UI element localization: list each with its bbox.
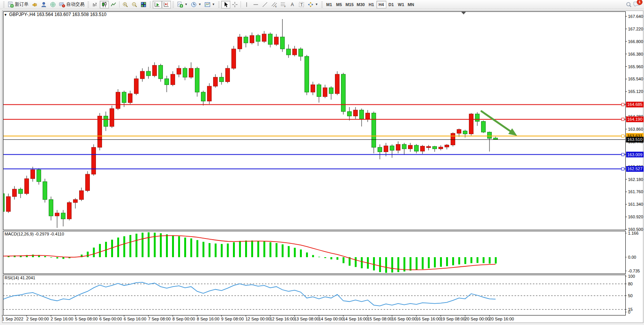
community-button[interactable]: [39, 1, 48, 8]
candle: [25, 176, 29, 195]
search-icon: [626, 2, 632, 8]
candle: [195, 67, 199, 96]
svg-text:9 Sep 08:00: 9 Sep 08:00: [221, 317, 244, 321]
svg-text:12 Sep 00:00: 12 Sep 00:00: [245, 317, 270, 321]
svg-text:162.527: 162.527: [627, 167, 642, 171]
line-anchor[interactable]: [622, 118, 624, 121]
candle: [98, 113, 102, 150]
timeframe-h4-button[interactable]: H4: [376, 1, 386, 8]
candle: [86, 171, 90, 192]
toolbar-grip[interactable]: [150, 2, 151, 8]
megaphone-button[interactable]: [30, 1, 39, 8]
zoom-in-button[interactable]: [121, 1, 130, 8]
auto-scroll-button[interactable]: [153, 1, 162, 8]
svg-text:13 Sep 08:00: 13 Sep 08:00: [294, 317, 319, 321]
candlestick-mode-button[interactable]: [100, 1, 109, 8]
horizontal-line-icon: [253, 2, 259, 8]
candle: [67, 201, 72, 221]
toolbar-grip[interactable]: [172, 2, 174, 8]
svg-text:100: 100: [628, 274, 635, 279]
cursor-tool-button[interactable]: [221, 1, 230, 8]
trendline-tool-button[interactable]: [260, 1, 269, 8]
price-tag: 163.009: [626, 152, 644, 157]
timeframe-mn-button[interactable]: MN: [406, 1, 416, 8]
svg-text:6 Sep 00:00: 6 Sep 00:00: [99, 317, 122, 321]
line-anchor[interactable]: [622, 153, 624, 156]
toolbar-grip[interactable]: [218, 2, 220, 8]
symbol-dropdown-icon[interactable]: ▼: [4, 13, 7, 17]
toolbar-grip[interactable]: [3, 2, 5, 8]
arrow-objects-icon: [308, 2, 314, 8]
arrows-tool-button[interactable]: ▼: [306, 1, 320, 8]
timeframe-m1-button[interactable]: M1: [324, 1, 334, 8]
bar-chart-mode-button[interactable]: [91, 1, 100, 8]
rsi-label: RSI(14) 41.2041: [5, 275, 35, 280]
line-chart-mode-button[interactable]: [109, 1, 118, 8]
notification-badge: 1: [637, 0, 642, 5]
candle: [6, 194, 11, 213]
svg-text:2 Sep 16:00: 2 Sep 16:00: [51, 317, 73, 321]
svg-text:A: A: [291, 2, 294, 7]
candle: [305, 55, 309, 95]
clock-icon: [191, 2, 197, 8]
line-anchor[interactable]: [622, 103, 624, 106]
fibonacci-tool-button[interactable]: F: [279, 1, 288, 8]
price-tag: 164.685: [626, 102, 644, 107]
svg-text:2 Sep 00:00: 2 Sep 00:00: [26, 317, 49, 321]
svg-text:166.800: 166.800: [628, 39, 643, 44]
mt4-window: 新订单: [0, 0, 644, 325]
candle: [43, 179, 47, 203]
svg-text:19 Sep 08:00: 19 Sep 08:00: [440, 317, 465, 321]
svg-text:14 Sep 16:00: 14 Sep 16:00: [343, 317, 368, 321]
chart-title: GBPJPY-,H4 163.564 163.607 163.508 163.5…: [9, 12, 107, 17]
tile-windows-button[interactable]: [139, 1, 148, 8]
svg-text:160.920: 160.920: [628, 215, 643, 219]
timeframe-d1-button[interactable]: D1: [386, 1, 396, 8]
periods-button[interactable]: ▼: [189, 1, 203, 8]
svg-text:E: E: [275, 5, 277, 8]
dropdown-caret: ▼: [212, 3, 215, 6]
megaphone-icon: [32, 2, 38, 8]
line-anchor[interactable]: [622, 168, 624, 170]
candle: [110, 106, 114, 128]
timeframe-m30-button[interactable]: M30: [355, 1, 366, 8]
svg-text:F: F: [284, 5, 286, 8]
candle: [134, 76, 139, 95]
svg-text:T: T: [300, 2, 303, 7]
indicators-button[interactable]: ▼: [175, 1, 189, 8]
templates-button[interactable]: ▼: [203, 1, 217, 8]
timeframe-h1-button[interactable]: H1: [367, 1, 376, 8]
timeframe-m5-button[interactable]: M5: [334, 1, 344, 8]
svg-text:165.120: 165.120: [628, 89, 643, 94]
crosshair-tool-button[interactable]: [230, 1, 239, 8]
toolbar-grip[interactable]: [321, 2, 323, 8]
zoom-out-button[interactable]: [130, 1, 139, 8]
vertical-line-tool-button[interactable]: [242, 1, 251, 8]
dropdown-caret: ▼: [315, 3, 318, 6]
channel-tool-button[interactable]: E: [269, 1, 279, 8]
svg-text:0: 0: [628, 310, 630, 314]
notifications-button[interactable]: 1: [633, 1, 640, 8]
search-button[interactable]: [624, 1, 633, 8]
signals-button[interactable]: [48, 1, 57, 8]
timeframe-m15-button[interactable]: M15: [344, 1, 355, 8]
chart-shift-button[interactable]: [162, 1, 171, 8]
toolbar-grip[interactable]: [88, 2, 89, 8]
crosshair-icon: [232, 2, 238, 8]
svg-text:161.760: 161.760: [628, 189, 643, 194]
svg-text:162.180: 162.180: [628, 177, 643, 182]
candle: [207, 83, 212, 104]
autotrading-button[interactable]: 自动交易: [57, 1, 86, 8]
svg-text:8 Sep 16:00: 8 Sep 16:00: [197, 317, 219, 321]
new-order-button[interactable]: 新订单: [6, 1, 30, 8]
text-tool-button[interactable]: A: [288, 1, 297, 8]
svg-text:6 Sep 16:00: 6 Sep 16:00: [124, 317, 146, 321]
timeframe-w1-button[interactable]: W1: [396, 1, 406, 8]
svg-text:50: 50: [628, 293, 633, 298]
text-label-tool-button[interactable]: T: [297, 1, 306, 8]
horizontal-line-tool-button[interactable]: [251, 1, 260, 8]
line-anchor[interactable]: [622, 134, 624, 137]
candle: [372, 112, 376, 154]
dropdown-caret: ▼: [198, 3, 201, 6]
svg-text:167.640: 167.640: [628, 14, 643, 19]
